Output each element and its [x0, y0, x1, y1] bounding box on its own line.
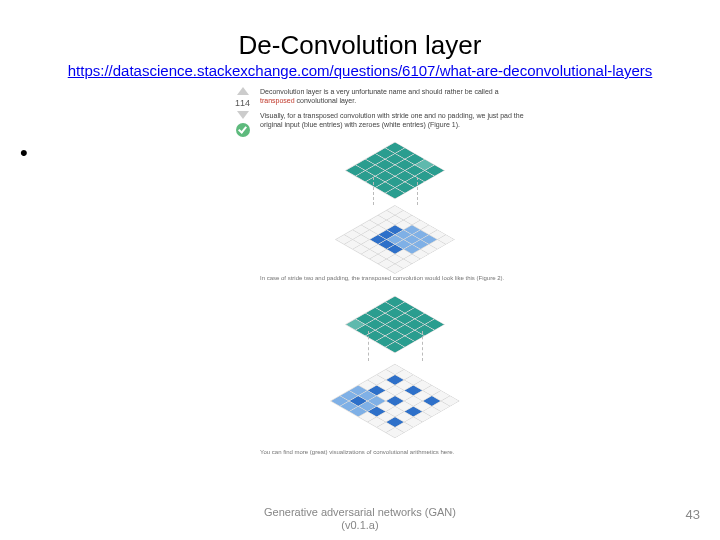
answer-p1-b: convolutional layer.: [295, 97, 356, 104]
footer-line2: (v0.1.a): [341, 519, 378, 531]
answer-p3: You can find more (great) visualizations…: [260, 449, 530, 457]
answer-p2: Visually, for a transposed convolution w…: [260, 111, 530, 129]
footer: Generative adversarial networks (GAN) (v…: [0, 506, 720, 532]
figure-1: [260, 135, 530, 265]
answer-p1-term: transposed: [260, 97, 295, 104]
vote-count: 114: [230, 98, 255, 108]
vote-panel: 114: [230, 85, 255, 137]
answer-p1: Deconvolution layer is a very unfortunat…: [260, 87, 530, 105]
answer-body: Deconvolution layer is a very unfortunat…: [260, 85, 530, 485]
bullet-dot: •: [20, 140, 28, 166]
answer-p1-a: Deconvolution layer is a very unfortunat…: [260, 88, 499, 95]
stackexchange-answer: 114 Deconvolution layer is a very unfort…: [230, 85, 530, 485]
source-link[interactable]: https://datascience.stackexchange.com/qu…: [0, 62, 720, 79]
figure-2: [260, 289, 530, 439]
slide-title: De-Convolution layer: [0, 30, 720, 61]
upvote-icon[interactable]: [237, 87, 249, 95]
accepted-check-icon: [236, 123, 250, 137]
slide-number: 43: [686, 507, 700, 522]
downvote-icon[interactable]: [237, 111, 249, 119]
footer-line1: Generative adversarial networks (GAN): [264, 506, 456, 518]
